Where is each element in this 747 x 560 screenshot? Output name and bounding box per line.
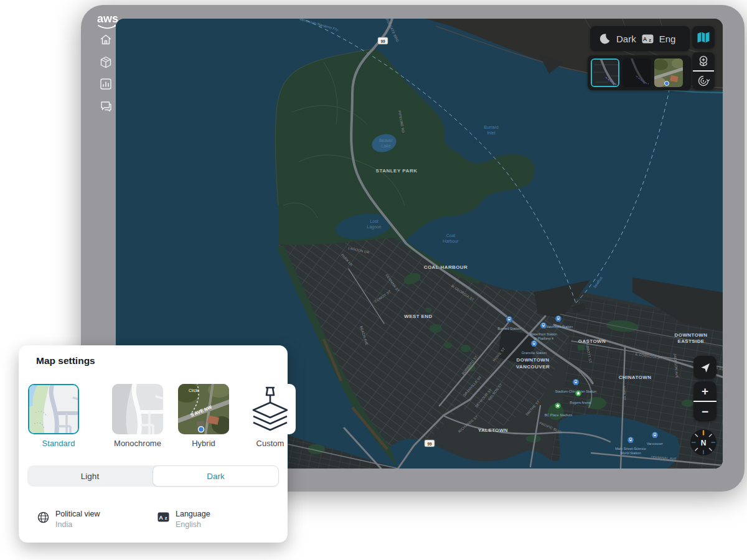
svg-text:Coal: Coal (446, 233, 456, 238)
compass-north-label: N (701, 439, 707, 447)
svg-text:MAIN ST: MAIN ST (622, 386, 627, 401)
svg-text:VANCOUVER: VANCOUVER (516, 364, 550, 370)
zoom-in-button[interactable]: + (693, 381, 716, 401)
pin-plus-icon (697, 55, 710, 68)
geofence-icon (697, 75, 710, 87)
zoom-out-button[interactable]: − (693, 402, 716, 421)
translate-icon: A z (642, 34, 654, 44)
chat-icon[interactable] (98, 99, 113, 114)
panel-title: Map settings (36, 355, 95, 366)
style-label-hybrid: Hybrid (169, 439, 238, 448)
svg-text:z: z (649, 37, 651, 42)
svg-text:Rogers Arena: Rogers Arena (570, 401, 591, 404)
svg-text:Harbour: Harbour (443, 239, 459, 243)
scheme-option-light[interactable]: Light (27, 465, 153, 487)
home-icon[interactable] (98, 32, 113, 47)
svg-text:Main Street-Science: Main Street-Science (615, 447, 646, 450)
svg-text:Burrard Station: Burrard Station (498, 327, 521, 330)
metrics-icon[interactable] (98, 77, 113, 91)
map-settings-panel: Map settings Circl (19, 345, 288, 543)
svg-text:BC Place Stadium: BC Place Stadium (545, 413, 573, 417)
svg-text:CHINATOWN: CHINATOWN (619, 375, 652, 380)
language-setting-label: Language (176, 510, 210, 518)
political-view-label: Political view (55, 510, 100, 518)
svg-text:DOWNTOWN: DOWNTOWN (675, 332, 708, 338)
svg-text:aws: aws (97, 12, 118, 25)
thumbnail-standard-dark[interactable] (591, 58, 619, 87)
style-option-monochrome[interactable] (112, 384, 163, 434)
svg-text:Lost: Lost (370, 219, 378, 223)
svg-text:Beaver: Beaver (379, 138, 393, 142)
package-icon[interactable] (98, 55, 113, 70)
svg-text:Granville Station: Granville Station (522, 351, 547, 355)
svg-text:GASTOWN: GASTOWN (578, 338, 606, 344)
svg-text:Lagoon: Lagoon (367, 225, 381, 230)
style-option-standard[interactable] (28, 384, 79, 434)
color-scheme-toggle: Light Dark (27, 465, 279, 487)
thumbnail-monochrome-dark[interactable] (622, 58, 651, 87)
map-icon (697, 31, 710, 44)
svg-text:Waterfront Station: Waterfront Station (545, 325, 573, 329)
style-option-custom[interactable] (245, 384, 296, 434)
svg-text:A: A (159, 515, 163, 521)
svg-text:Lake: Lake (381, 144, 390, 148)
style-label-monochrome: Monochrome (103, 439, 172, 448)
svg-text:A: A (642, 36, 647, 42)
compass[interactable]: N (690, 429, 717, 456)
svg-text:DOWNTOWN: DOWNTOWN (517, 357, 550, 363)
add-place-button[interactable] (692, 52, 715, 70)
layers-pin-icon (245, 384, 296, 434)
thumbnail-hybrid[interactable] (654, 58, 683, 87)
svg-text:WEST END: WEST END (404, 314, 432, 319)
svg-text:EASTSIDE: EASTSIDE (677, 338, 704, 344)
navigation-arrow-icon (699, 362, 712, 374)
political-view-setting[interactable]: Political view India (37, 510, 100, 529)
moon-icon (598, 32, 611, 45)
political-view-value: India (55, 520, 100, 529)
style-label-standard: Standard (24, 439, 93, 448)
svg-text:Inlet: Inlet (487, 131, 495, 135)
scheme-language-pill: Dark A z Eng (590, 26, 690, 51)
style-thumbnails (588, 55, 691, 90)
geofence-button[interactable] (692, 72, 715, 90)
color-scheme-label: Dark (616, 34, 636, 44)
svg-text:YALETOWN: YALETOWN (478, 427, 508, 433)
svg-text:z: z (165, 515, 167, 521)
svg-text:Waterfront Station: Waterfront Station (530, 332, 557, 336)
scheme-option-dark[interactable]: Dark (153, 465, 279, 487)
zoom-control: + − (693, 381, 716, 421)
language-setting[interactable]: A z Language English (157, 510, 210, 529)
svg-text:STANLEY PARK: STANLEY PARK (376, 168, 418, 174)
svg-text:World Station: World Station (621, 451, 641, 455)
language-translate-icon: A z (157, 512, 169, 522)
svg-text:@ Platform 4: @ Platform 4 (533, 337, 553, 340)
style-label-custom: Custom (236, 439, 304, 448)
style-option-hybrid[interactable]: Circle S AVE NW (178, 384, 229, 434)
globe-icon (37, 511, 49, 523)
svg-text:99: 99 (380, 39, 385, 44)
language-label: Eng (659, 34, 676, 44)
svg-text:99: 99 (427, 442, 432, 446)
svg-text:Circle: Circle (189, 388, 199, 393)
language-setting-value: English (176, 520, 210, 529)
map-style-button[interactable] (692, 26, 715, 49)
svg-text:COAL HARBOUR: COAL HARBOUR (424, 264, 467, 270)
svg-text:Vancouver: Vancouver (647, 442, 663, 446)
map-tools-stack (692, 52, 715, 90)
locate-me-button[interactable] (693, 356, 716, 379)
svg-text:Burrard: Burrard (484, 125, 498, 129)
